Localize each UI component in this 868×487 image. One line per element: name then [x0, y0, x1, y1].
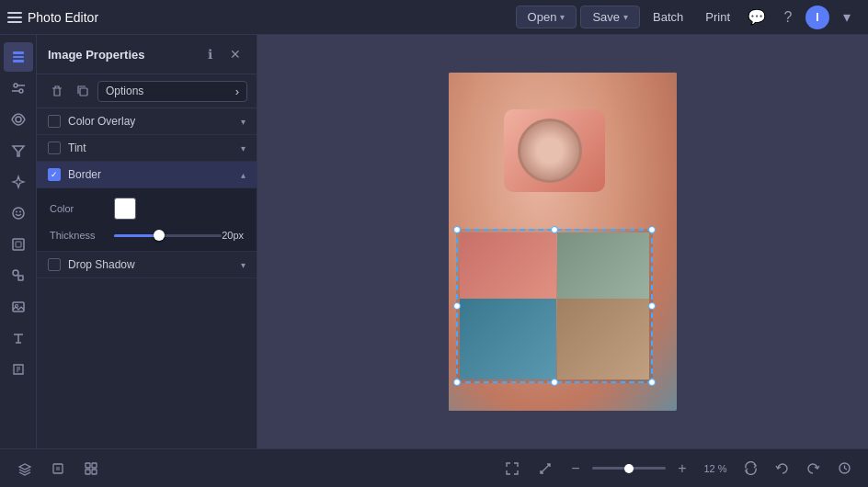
drop-shadow-label: Drop Shadow	[68, 258, 241, 271]
svg-point-7	[16, 117, 21, 122]
undo-button[interactable]	[769, 456, 794, 481]
svg-rect-21	[86, 470, 90, 474]
svg-point-9	[16, 211, 17, 213]
options-selector[interactable]: Options ›	[97, 81, 247, 102]
svg-point-3	[14, 84, 17, 87]
border-color-row: Color	[50, 198, 244, 220]
layers-button[interactable]	[11, 455, 39, 482]
collage-cell-4	[557, 299, 649, 379]
tool-filters[interactable]	[4, 136, 33, 165]
border-thickness-row: Thickness 20px	[50, 229, 244, 242]
svg-point-13	[13, 270, 18, 276]
tool-view[interactable]	[4, 105, 33, 134]
border-thickness-value: 20px	[222, 230, 244, 241]
image-properties-panel: Image Properties ℹ ✕ Options ›	[37, 35, 257, 448]
svg-rect-20	[92, 463, 97, 468]
handle-tm[interactable]	[551, 226, 558, 233]
sync-button[interactable]	[737, 456, 763, 481]
app-header: Photo Editor Open ▾ Save ▾ Batch Print 💬…	[0, 0, 868, 35]
handle-tl[interactable]	[453, 226, 461, 233]
border-label: Border	[68, 168, 241, 181]
resize-button[interactable]	[531, 455, 559, 482]
panel-close-button[interactable]: ✕	[225, 44, 246, 64]
tool-adjustments[interactable]	[4, 74, 33, 103]
bottom-toolbar: − + 12 %	[0, 448, 868, 487]
hamburger-menu[interactable]	[7, 12, 22, 23]
tool-frames[interactable]	[4, 230, 33, 259]
slider-track	[114, 234, 222, 237]
tool-graphics[interactable]	[4, 355, 33, 384]
panel-copy-button[interactable]	[72, 80, 94, 102]
color-overlay-row[interactable]: Color Overlay ▾	[37, 108, 257, 135]
transform-button[interactable]	[44, 455, 72, 482]
color-overlay-chevron: ▾	[241, 117, 246, 127]
svg-rect-2	[13, 60, 24, 62]
color-overlay-checkbox[interactable]	[48, 115, 61, 128]
zoom-slider-thumb[interactable]	[624, 464, 634, 473]
handle-ml[interactable]	[453, 302, 461, 310]
tint-row[interactable]: Tint ▾	[37, 135, 257, 162]
tool-effects[interactable]	[4, 167, 33, 197]
tint-checkbox[interactable]	[48, 142, 61, 154]
panel-info-button[interactable]: ℹ	[200, 44, 220, 64]
border-checkbox[interactable]	[48, 168, 61, 181]
tool-elements[interactable]	[4, 261, 33, 290]
save-button[interactable]: Save ▾	[580, 6, 640, 28]
handle-bl[interactable]	[453, 379, 461, 386]
redo-button[interactable]	[800, 456, 826, 481]
tool-text[interactable]	[4, 323, 33, 353]
slider-thumb[interactable]	[154, 230, 165, 241]
open-button[interactable]: Open ▾	[516, 6, 577, 28]
tint-chevron: ▾	[241, 143, 246, 153]
border-row[interactable]: Border ▴	[37, 162, 257, 188]
handle-tr[interactable]	[648, 226, 656, 233]
zoom-control: − + 12 %	[565, 458, 732, 480]
border-color-label: Color	[50, 203, 114, 214]
drop-shadow-checkbox[interactable]	[48, 258, 61, 271]
svg-point-8	[13, 208, 24, 219]
collage-overlay[interactable]	[456, 229, 653, 383]
svg-rect-0	[13, 51, 24, 54]
save-chevron: ▾	[623, 12, 628, 22]
chat-icon-button[interactable]: 💬	[743, 4, 771, 31]
border-color-swatch[interactable]	[114, 198, 136, 220]
app-title: Photo Editor	[28, 10, 98, 25]
svg-rect-17	[80, 88, 87, 96]
zoom-in-button[interactable]: +	[671, 458, 693, 480]
zoom-slider[interactable]	[592, 467, 666, 470]
handle-br[interactable]	[648, 379, 656, 386]
slider-fill	[114, 234, 159, 237]
help-icon-button[interactable]: ?	[774, 4, 802, 31]
handle-bm[interactable]	[551, 379, 558, 386]
options-chevron: ›	[235, 85, 239, 98]
panel-delete-button[interactable]	[46, 80, 68, 102]
thickness-slider[interactable]	[114, 229, 222, 242]
handle-mr[interactable]	[648, 302, 656, 310]
print-button[interactable]: Print	[696, 6, 739, 28]
drop-shadow-row[interactable]: Drop Shadow ▾	[37, 252, 257, 278]
open-label: Open	[528, 10, 557, 24]
history-button[interactable]	[831, 456, 857, 481]
canvas-area[interactable]	[257, 35, 868, 448]
user-avatar[interactable]: I	[805, 6, 829, 29]
batch-button[interactable]: Batch	[644, 6, 692, 28]
svg-point-4	[19, 89, 23, 93]
border-chevron: ▴	[241, 170, 246, 180]
grid-button[interactable]	[77, 455, 105, 482]
tint-label: Tint	[68, 142, 241, 154]
svg-rect-19	[86, 463, 90, 468]
collage-cell-2	[557, 232, 649, 299]
drop-shadow-chevron: ▾	[241, 260, 246, 270]
tool-photos[interactable]	[4, 292, 33, 322]
fit-button[interactable]	[498, 455, 526, 482]
canvas-image-container	[449, 73, 677, 411]
logo-group: Photo Editor	[7, 10, 98, 25]
header-more-button[interactable]: ▾	[833, 4, 861, 31]
tool-layers[interactable]	[4, 42, 33, 72]
svg-rect-14	[18, 276, 23, 280]
svg-point-10	[19, 211, 21, 213]
open-chevron: ▾	[560, 12, 565, 22]
tool-stickers[interactable]	[4, 198, 33, 228]
zoom-out-button[interactable]: −	[565, 458, 587, 480]
svg-rect-11	[13, 239, 24, 250]
